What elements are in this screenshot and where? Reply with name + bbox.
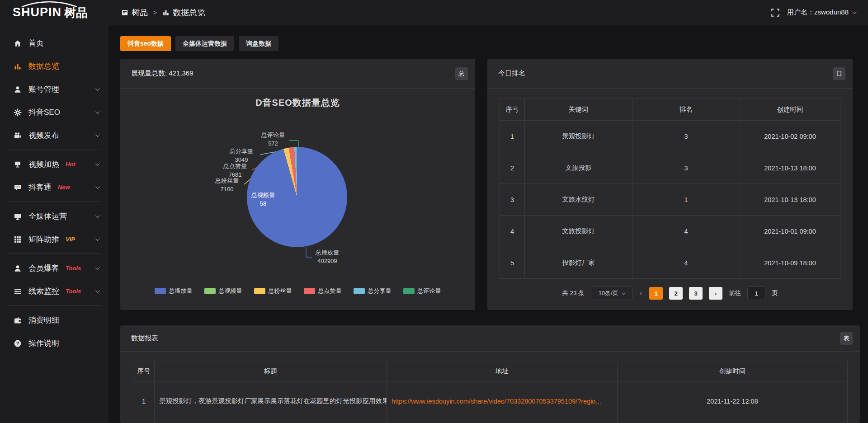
video-title: 景观投影灯，夜游景观投影灯厂家展示展示落花灯在花园里的灯光投影应用效果 # (155, 381, 387, 421)
gear-icon (14, 108, 22, 117)
sidebar-item-data-overview[interactable]: 数据总览 (0, 55, 108, 78)
page-button-2[interactable]: 2 (669, 287, 683, 300)
legend-swatch (354, 288, 365, 294)
grid-icon (14, 235, 22, 244)
breadcrumb-label: 树品 (132, 7, 148, 18)
page-size-select[interactable]: 10条/页 (591, 287, 632, 300)
sidebar-divider (7, 254, 101, 254)
ranking-panel: 今日排名 日 序号 关键词 排名 创建时间 1景观投影灯32021-10-02 … (487, 59, 853, 310)
chart-title: D音SEO数据量总览 (120, 97, 475, 109)
col-created: 创建时间 (618, 361, 848, 381)
sidebar: 首页 数据总览 账号管理 抖音SEO 视频发布 视频加热 Hot (0, 25, 108, 423)
legend-swatch (403, 288, 415, 294)
app-logo[interactable]: SHUPIN 树品 (0, 6, 108, 19)
legend-item-likes[interactable]: 总点赞量 (304, 287, 342, 295)
pie-legend: 总播放量 总视频量 总粉丝量 总点赞量 总分享量 总评论量 (120, 287, 475, 295)
col-title: 标题 (155, 361, 387, 381)
table-row-partial (133, 421, 848, 423)
chat-icon (14, 183, 22, 192)
pie-label-plays: 总播放量402909 (312, 249, 342, 266)
day-badge[interactable]: 日 (833, 67, 845, 80)
video-link[interactable]: https://www.iesdouyin.com/share/video/70… (387, 381, 618, 421)
ranking-title: 今日排名 (498, 69, 525, 78)
table-row: 4文旅投影灯42021-10-01 09:00 (500, 216, 840, 247)
col-rank: 排名 (632, 99, 740, 121)
monitor-icon (14, 212, 22, 221)
sidebar-item-video-heat[interactable]: 视频加热 Hot (0, 153, 108, 176)
user-menu[interactable]: 用户名：zswodun88 (787, 8, 855, 17)
sidebar-item-instructions[interactable]: ? 操作说明 (0, 332, 108, 355)
window-icon (121, 9, 128, 16)
col-index: 序号 (500, 99, 525, 121)
chevron-down-icon (852, 9, 857, 14)
table-row: 1 景观投影灯，夜游景观投影灯厂家展示展示落花灯在花园里的灯光投影应用效果 # … (133, 381, 848, 421)
sidebar-item-douyin-seo[interactable]: 抖音SEO (0, 101, 108, 124)
wallet-icon (14, 316, 22, 324)
legend-item-comments[interactable]: 总评论量 (403, 287, 441, 295)
sidebar-item-consumption[interactable]: 消费明细 (0, 309, 108, 332)
goto-label: 前往 (729, 289, 741, 297)
sidebar-item-video-publish[interactable]: 视频发布 (0, 124, 108, 147)
chevron-down-icon (622, 291, 625, 295)
sidebar-item-member[interactable]: 会员爆客 Tools (0, 257, 108, 280)
sliders-icon (14, 287, 22, 296)
legend-item-videos[interactable]: 总视频量 (204, 287, 242, 295)
chevron-down-icon (95, 265, 100, 270)
sidebar-item-account[interactable]: 账号管理 (0, 78, 108, 101)
tab-douyin-seo[interactable]: 抖音seo数据 (120, 36, 171, 51)
tab-inquiry[interactable]: 询盘数据 (239, 36, 278, 51)
data-source-tabs: 抖音seo数据 全媒体运营数据 询盘数据 (120, 36, 278, 51)
sidebar-divider (7, 150, 101, 150)
breadcrumb: 树品 > 数据总览 (121, 7, 205, 18)
sidebar-item-media-operation[interactable]: 全媒体运营 (0, 205, 108, 228)
goto-unit: 页 (772, 289, 778, 297)
next-page-button[interactable]: › (709, 287, 722, 300)
fullscreen-icon[interactable] (771, 8, 780, 17)
user-icon (14, 85, 22, 94)
breadcrumb-label: 数据总览 (173, 7, 205, 18)
table-row: 1景观投影灯32021-10-02 09:00 (500, 121, 840, 152)
page-button-3[interactable]: 3 (689, 287, 703, 300)
goto-page-input[interactable] (747, 287, 765, 300)
pie-label-fans: 总粉丝量7100 (211, 177, 243, 194)
chevron-down-icon (95, 132, 100, 137)
chevron-down-icon (95, 288, 100, 293)
sidebar-item-doukettong[interactable]: 抖客通 New (0, 176, 108, 199)
sidebar-item-leads-monitor[interactable]: 线索监控 Tools (0, 280, 108, 303)
sidebar-item-home[interactable]: 首页 (0, 32, 108, 55)
sidebar-divider (7, 306, 101, 306)
col-url: 地址 (387, 361, 618, 381)
pagination: 共 23 条 10条/页 ‹ 1 2 3 › 前往 页 (487, 287, 853, 300)
col-created: 创建时间 (740, 99, 840, 121)
legend-item-shares[interactable]: 总分享量 (354, 287, 392, 295)
legend-swatch (204, 288, 216, 294)
tools-tag: Tools (66, 288, 81, 295)
hot-tag: Hot (66, 161, 75, 168)
legend-item-plays[interactable]: 总播放量 (155, 287, 193, 295)
tab-media-operation[interactable]: 全媒体运营数据 (175, 36, 234, 51)
breadcrumb-item-home[interactable]: 树品 (121, 7, 148, 18)
legend-swatch (155, 288, 166, 294)
pie-label-comments: 总评论量572 (256, 131, 290, 148)
chevron-down-icon (95, 236, 100, 241)
legend-item-fans[interactable]: 总粉丝量 (254, 287, 292, 295)
question-icon: ? (14, 339, 22, 348)
impressions-total: 展现量总数: 421,369 (131, 69, 193, 78)
table-header-row: 序号 标题 地址 创建时间 (133, 361, 848, 381)
bar-chart-icon (162, 9, 170, 16)
overview-panel: 展现量总数: 421,369 总 D音SEO数据量总览 总评论量572 总分享量… (120, 59, 475, 310)
table-header-row: 序号 关键词 排名 创建时间 (500, 99, 840, 121)
report-title: 数据报表 (131, 334, 158, 343)
chevron-down-icon (95, 184, 100, 189)
video-camera-icon (14, 132, 22, 140)
table-badge[interactable]: 表 (840, 332, 853, 345)
sidebar-item-matrix-boost[interactable]: 矩阵助推 VIP (0, 228, 108, 251)
page-button-1[interactable]: 1 (649, 287, 663, 300)
total-badge[interactable]: 总 (455, 67, 468, 80)
username-label: 用户名：zswodun88 (787, 8, 849, 17)
breadcrumb-item-current[interactable]: 数据总览 (162, 7, 205, 18)
prev-page-button[interactable]: ‹ (639, 289, 643, 298)
chevron-down-icon (95, 86, 100, 91)
logo-text-cn: 树品 (64, 7, 88, 19)
vip-tag: VIP (66, 236, 75, 243)
